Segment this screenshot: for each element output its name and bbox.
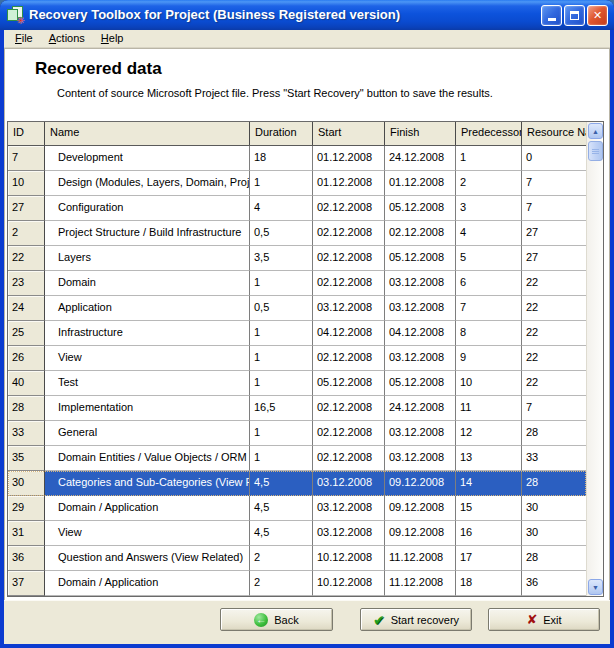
table-row[interactable]: 22 Layers 3,5 02.12.2008 05.12.2008 5 27 bbox=[8, 246, 586, 271]
cell-duration: 2 bbox=[250, 571, 313, 596]
menu-bar: File Actions Help bbox=[4, 30, 610, 48]
recovered-data-grid: ID Name Duration Start Finish Predecesso… bbox=[7, 121, 604, 597]
cell-name: Design (Modules, Layers, Domain, Proje bbox=[45, 171, 250, 196]
scroll-up-button[interactable]: ▲ bbox=[588, 123, 603, 139]
cell-resource: 7 bbox=[522, 171, 586, 196]
table-row[interactable]: 28 Implementation 16,5 02.12.2008 24.12.… bbox=[8, 396, 586, 421]
back-button[interactable]: ← Back bbox=[220, 608, 333, 631]
cell-duration: 0,5 bbox=[250, 296, 313, 321]
cell-start: 02.12.2008 bbox=[313, 446, 385, 471]
cell-finish: 03.12.2008 bbox=[385, 346, 456, 371]
close-button[interactable]: ✕ bbox=[587, 5, 608, 26]
cell-finish: 03.12.2008 bbox=[385, 421, 456, 446]
cell-duration: 1 bbox=[250, 321, 313, 346]
scrollbar-thumb[interactable] bbox=[588, 141, 603, 161]
back-arrow-icon: ← bbox=[254, 613, 268, 627]
cell-duration: 1 bbox=[250, 421, 313, 446]
table-row[interactable]: 31 View 4,5 03.12.2008 09.12.2008 16 30 bbox=[8, 521, 586, 546]
scroll-down-button[interactable]: ▼ bbox=[588, 579, 603, 595]
cell-resource: 22 bbox=[522, 296, 586, 321]
column-header-resource-name[interactable]: Resource Name bbox=[522, 122, 586, 145]
app-icon: ✳ bbox=[7, 6, 25, 24]
column-header-start[interactable]: Start bbox=[313, 122, 385, 145]
minimize-button[interactable] bbox=[541, 5, 562, 26]
table-row[interactable]: 36 Question and Answers (View Related) 2… bbox=[8, 546, 586, 571]
cell-predecessor: 5 bbox=[456, 246, 522, 271]
cell-start: 02.12.2008 bbox=[313, 396, 385, 421]
table-row[interactable]: 37 Domain / Application 2 10.12.2008 11.… bbox=[8, 571, 586, 596]
maximize-button[interactable] bbox=[564, 5, 585, 26]
cell-id: 23 bbox=[8, 271, 45, 296]
cell-name: Project Structure / Build Infrastructure bbox=[45, 221, 250, 246]
cell-start: 10.12.2008 bbox=[313, 571, 385, 596]
cell-predecessor: 15 bbox=[456, 496, 522, 521]
table-row[interactable]: 33 General 1 02.12.2008 03.12.2008 12 28 bbox=[8, 421, 586, 446]
table-row[interactable]: 7 Development 18 01.12.2008 24.12.2008 1… bbox=[8, 146, 586, 171]
cell-resource: 7 bbox=[522, 196, 586, 221]
cell-predecessor: 11 bbox=[456, 396, 522, 421]
cell-duration: 1 bbox=[250, 346, 313, 371]
cell-finish: 03.12.2008 bbox=[385, 271, 456, 296]
menu-file[interactable]: File bbox=[7, 30, 41, 47]
cell-id: 30 bbox=[8, 471, 45, 496]
cell-id: 7 bbox=[8, 146, 45, 171]
cell-predecessor: 4 bbox=[456, 221, 522, 246]
cell-name: Domain / Application bbox=[45, 571, 250, 596]
column-header-id[interactable]: ID bbox=[8, 122, 45, 145]
table-row[interactable]: 26 View 1 02.12.2008 03.12.2008 9 22 bbox=[8, 346, 586, 371]
cell-resource: 27 bbox=[522, 221, 586, 246]
cell-predecessor: 18 bbox=[456, 571, 522, 596]
cell-resource: 7 bbox=[522, 396, 586, 421]
window-title: Recovery Toolbox for Project (Business R… bbox=[29, 0, 400, 29]
cell-name: Domain Entities / Value Objects / ORM bbox=[45, 446, 250, 471]
cell-name: Layers bbox=[45, 246, 250, 271]
cell-predecessor: 7 bbox=[456, 296, 522, 321]
column-header-name[interactable]: Name bbox=[45, 122, 250, 145]
cell-id: 36 bbox=[8, 546, 45, 571]
cell-name: General bbox=[45, 421, 250, 446]
cell-finish: 03.12.2008 bbox=[385, 446, 456, 471]
table-row[interactable]: 35 Domain Entities / Value Objects / ORM… bbox=[8, 446, 586, 471]
column-header-finish[interactable]: Finish bbox=[385, 122, 456, 145]
exit-x-icon: ✘ bbox=[526, 612, 537, 627]
cell-id: 31 bbox=[8, 521, 45, 546]
menu-help[interactable]: Help bbox=[93, 30, 132, 47]
menu-actions[interactable]: Actions bbox=[41, 30, 93, 47]
cell-id: 37 bbox=[8, 571, 45, 596]
checkmark-icon: ✔ bbox=[373, 612, 385, 628]
vertical-scrollbar[interactable]: ▲ ▼ bbox=[586, 122, 603, 596]
start-recovery-button[interactable]: ✔ Start recovery bbox=[360, 608, 472, 631]
cell-resource: 22 bbox=[522, 346, 586, 371]
table-row[interactable]: 24 Application 0,5 03.12.2008 03.12.2008… bbox=[8, 296, 586, 321]
cell-start: 10.12.2008 bbox=[313, 546, 385, 571]
table-row[interactable]: 2 Project Structure / Build Infrastructu… bbox=[8, 221, 586, 246]
exit-button[interactable]: ✘ Exit bbox=[488, 608, 600, 631]
title-bar: ✳ Recovery Toolbox for Project (Business… bbox=[0, 0, 614, 30]
table-row[interactable]: 40 Test 1 05.12.2008 05.12.2008 10 22 bbox=[8, 371, 586, 396]
cell-id: 27 bbox=[8, 196, 45, 221]
column-header-predecessors[interactable]: Predecessors bbox=[456, 122, 522, 145]
table-row[interactable]: 10 Design (Modules, Layers, Domain, Proj… bbox=[8, 171, 586, 196]
cell-start: 01.12.2008 bbox=[313, 146, 385, 171]
cell-predecessor: 12 bbox=[456, 421, 522, 446]
minimize-icon bbox=[548, 18, 556, 21]
cell-start: 03.12.2008 bbox=[313, 496, 385, 521]
table-row[interactable]: 23 Domain 1 02.12.2008 03.12.2008 6 22 bbox=[8, 271, 586, 296]
cell-id: 10 bbox=[8, 171, 45, 196]
grid-header-row: ID Name Duration Start Finish Predecesso… bbox=[8, 122, 586, 146]
back-button-label: Back bbox=[274, 614, 298, 626]
table-row[interactable]: 30 Categories and Sub-Categories (View R… bbox=[8, 471, 586, 496]
table-row[interactable]: 25 Infrastructure 1 04.12.2008 04.12.200… bbox=[8, 321, 586, 346]
cell-resource: 27 bbox=[522, 246, 586, 271]
close-icon: ✕ bbox=[593, 9, 602, 21]
table-row[interactable]: 29 Domain / Application 4,5 03.12.2008 0… bbox=[8, 496, 586, 521]
column-header-duration[interactable]: Duration bbox=[250, 122, 313, 145]
cell-resource: 28 bbox=[522, 471, 586, 496]
cell-name: Categories and Sub-Categories (View R bbox=[45, 471, 250, 496]
cell-id: 22 bbox=[8, 246, 45, 271]
cell-finish: 01.12.2008 bbox=[385, 171, 456, 196]
cell-start: 03.12.2008 bbox=[313, 521, 385, 546]
table-row[interactable]: 27 Configuration 4 02.12.2008 05.12.2008… bbox=[8, 196, 586, 221]
cell-duration: 3,5 bbox=[250, 246, 313, 271]
cell-id: 33 bbox=[8, 421, 45, 446]
